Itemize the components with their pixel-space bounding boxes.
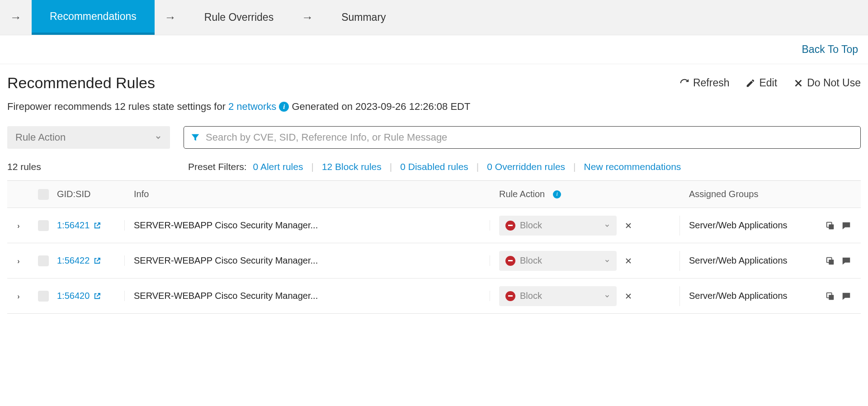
separator: | [303,161,321,172]
tab-rule-overrides[interactable]: Rule Overrides [186,0,292,35]
generated-text: Generated on 2023-09-26 12:26:08 EDT [292,101,470,113]
block-icon [505,291,515,301]
rule-action-select[interactable]: Block [499,251,617,271]
arrow-right-icon: → [292,10,323,24]
filter-icon[interactable] [190,132,200,142]
rules-table: GID:SID Info Rule Action i Assigned Grou… [7,180,861,314]
gid-sid-text: 1:56420 [57,291,90,301]
separator: | [382,161,400,172]
preset-alert-link[interactable]: 0 Alert rules [253,161,303,172]
copy-icon[interactable] [825,291,835,301]
table-header: GID:SID Info Rule Action i Assigned Grou… [7,181,861,208]
assigned-groups-text: Server/Web Applications [680,220,816,231]
edit-button[interactable]: Edit [745,77,777,89]
col-header-action-label: Rule Action [499,189,545,199]
expand-row-button[interactable]: › [17,257,19,265]
separator: | [565,161,584,172]
page-header: Recommended Rules Refresh Edit Do Not Us… [7,74,861,97]
gid-sid-text: 1:56422 [57,255,90,266]
row-checkbox[interactable] [38,291,49,302]
chevron-down-icon [604,222,610,229]
revert-icon[interactable] [623,220,634,231]
do-not-use-button[interactable]: Do Not Use [793,77,861,89]
info-icon[interactable]: i [553,190,561,198]
comment-icon[interactable] [841,221,851,231]
rule-action-dropdown[interactable]: Rule Action [7,126,170,149]
search-input[interactable] [206,132,854,143]
table-row: › 1:56421 SERVER-WEBAPP Cisco Security M… [7,208,861,243]
rule-action-select[interactable]: Block [499,216,617,236]
col-header-groups[interactable]: Assigned Groups [680,189,816,199]
col-header-gid[interactable]: GID:SID [57,189,125,199]
info-icon[interactable]: i [279,102,289,112]
gid-sid-link[interactable]: 1:56421 [57,220,101,231]
tab-recommendations[interactable]: Recommendations [32,0,155,35]
preset-block-link[interactable]: 12 Block rules [322,161,382,172]
back-to-top-link[interactable]: Back To Top [802,43,858,56]
refresh-icon [679,78,689,88]
comment-icon[interactable] [841,256,851,266]
select-all-checkbox[interactable] [38,189,49,200]
networks-link[interactable]: 2 networks [228,101,276,113]
assigned-groups-text: Server/Web Applications [680,255,816,266]
gid-sid-link[interactable]: 1:56422 [57,255,101,266]
refresh-label: Refresh [693,77,730,89]
edit-label: Edit [759,77,777,89]
chevron-down-icon [604,258,610,264]
table-row: › 1:56422 SERVER-WEBAPP Cisco Security M… [7,243,861,279]
col-header-info[interactable]: Info [125,189,490,199]
search-field-wrap [184,126,861,149]
row-checkbox[interactable] [38,220,49,231]
external-link-icon [93,222,101,230]
rule-info-text: SERVER-WEBAPP Cisco Security Manager... [125,220,490,231]
arrow-right-icon: → [0,10,32,24]
rule-action-dd-label: Rule Action [15,132,66,143]
do-not-use-label: Do Not Use [807,77,861,89]
rule-info-text: SERVER-WEBAPP Cisco Security Manager... [125,255,490,266]
rule-count-text: 12 rules [7,161,188,172]
table-row: › 1:56420 SERVER-WEBAPP Cisco Security M… [7,279,861,314]
rule-action-select[interactable]: Block [499,286,617,306]
back-row: Back To Top [0,35,868,64]
expand-row-button[interactable]: › [17,293,19,300]
subtext-row: Firepower recommends 12 rules state sett… [7,97,861,126]
row-checkbox[interactable] [38,255,49,266]
tab-summary[interactable]: Summary [323,0,404,35]
chevron-down-icon [155,134,162,141]
block-icon [505,256,515,266]
preset-new-link[interactable]: New recommendations [584,161,681,172]
count-row: 12 rules Preset Filters: 0 Alert rules |… [7,149,861,180]
gid-sid-link[interactable]: 1:56420 [57,291,101,301]
external-link-icon [93,292,101,300]
preset-filters-label: Preset Filters: [188,161,247,172]
assigned-groups-text: Server/Web Applications [680,291,816,301]
rule-action-value: Block [520,291,599,301]
page-title: Recommended Rules [7,74,155,92]
svg-rect-1 [829,224,834,229]
col-header-action[interactable]: Rule Action i [490,189,680,199]
rule-action-value: Block [520,220,599,231]
copy-icon[interactable] [825,221,835,231]
chevron-down-icon [604,293,610,299]
tab-bar: → Recommendations → Rule Overrides → Sum… [0,0,868,35]
expand-row-button[interactable]: › [17,222,19,230]
preset-overridden-link[interactable]: 0 Overridden rules [487,161,565,172]
copy-icon[interactable] [825,256,835,266]
comment-icon[interactable] [841,291,851,301]
subtext-prefix: Firepower recommends 12 rules state sett… [7,101,226,113]
revert-icon[interactable] [623,255,634,266]
preset-disabled-link[interactable]: 0 Disabled rules [400,161,468,172]
revert-icon[interactable] [623,291,634,302]
separator: | [468,161,487,172]
rule-action-value: Block [520,255,599,266]
gid-sid-text: 1:56421 [57,220,90,231]
external-link-icon [93,257,101,265]
block-icon [505,221,515,231]
refresh-button[interactable]: Refresh [679,77,730,89]
svg-rect-5 [829,295,834,300]
close-icon [793,78,803,88]
page-actions: Refresh Edit Do Not Use [679,77,861,89]
pencil-icon [745,78,755,88]
rule-info-text: SERVER-WEBAPP Cisco Security Manager... [125,291,490,301]
table-body: › 1:56421 SERVER-WEBAPP Cisco Security M… [7,208,861,314]
